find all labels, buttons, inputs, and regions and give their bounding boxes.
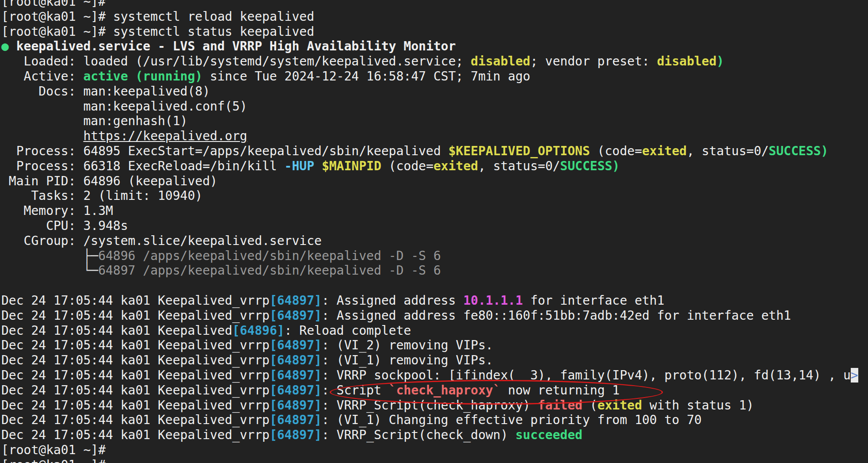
active-state: active (running) [83,69,202,84]
pid-badge: [64897] [270,368,322,383]
status-docs-line: Docs: man:keepalived(8) [1,84,868,99]
terminal-text-segment: disabled [471,54,530,69]
terminal-text-segment: Memory: 1.3M [1,203,113,218]
status-loaded-line: Loaded: loaded (/usr/lib/systemd/system/… [1,54,868,69]
terminal-text-segment: (code= [381,159,434,173]
shell-prompt: [root@ka01 ~]# [1,24,113,39]
terminal-text-segment: CPU: 3.948s [1,218,128,233]
terminal-text-segment [314,159,322,173]
pid-badge: [64897] [270,353,322,367]
journal-log-line: Dec 24 17:05:44 ka01 Keepalived_vrrp[648… [1,413,868,428]
terminal-text-segment: Dec 24 17:05:44 ka01 Keepalived_vrrp [1,398,270,413]
terminal-text-segment: ; vendor preset: [530,54,657,69]
cgroup-child-line: ├─64896 /apps/keepalived/sbin/keepalived… [1,249,868,264]
status-docs-line: man:keepalived.conf(5) [1,99,868,114]
terminal-text-segment: with status 1) [642,398,754,413]
terminal-text-segment: , status=0/ [478,159,560,173]
terminal-text-segment: : VRRP sockpool: [ifindex( 3), family(IP… [322,368,851,383]
terminal-text-segment: ) [716,54,724,69]
tree-branch-icon: ├─ [83,249,98,263]
terminal-text-segment: : Assigned address [322,293,463,308]
terminal-window: [root@ka01 ~]# [root@ka01 ~]# systemctl … [0,0,868,463]
docs-url-link[interactable]: https://keepalived.org [83,129,247,143]
terminal-text-segment: Dec 24 17:05:44 ka01 Keepalived_vrrp [1,383,270,398]
terminal-text-segment: : (VI_1) Changing effective priority fro… [322,413,702,427]
command-text: systemctl status keepalived [113,24,314,39]
journal-log-line: Dec 24 17:05:44 ka01 Keepalived_vrrp[648… [1,293,868,308]
failed-status: failed [538,398,582,413]
service-active-dot-icon: ● [1,39,16,54]
terminal-text-segment: 64897 /apps/keepalived/sbin/keepalived -… [98,263,441,278]
service-title: keepalived.service - LVS and VRRP High A… [16,39,456,54]
journal-log-line: Dec 24 17:05:44 ka01 Keepalived_vrrp[648… [1,353,868,368]
status-cpu-line: CPU: 3.948s [1,218,868,233]
terminal-text-segment: exited [434,159,478,173]
terminal-text-segment: : Assigned address fe80::160f:51bb:7adb:… [322,308,791,323]
terminal-text-segment: Tasks: 2 (limit: 10940) [1,188,202,203]
terminal-text-segment: $MAINPID [322,159,381,173]
terminal-text-segment [1,249,83,263]
journal-log-line-circled: Dec 24 17:05:44 ka01 Keepalived_vrrp[648… [1,383,868,398]
command-line: [root@ka01 ~]# systemctl reload keepaliv… [1,9,868,24]
terminal-text-segment: Dec 24 17:05:44 ka01 Keepalived_vrrp [1,308,270,323]
terminal-text-segment [1,263,83,278]
terminal-text-segment: Main PID: 64896 (keepalived) [1,174,217,188]
journal-log-line: Dec 24 17:05:44 ka01 Keepalived_vrrp[648… [1,308,868,323]
terminal-text-segment: -HUP [285,159,314,173]
terminal-text-segment: since Tue 2024-12-24 16:58:47 CST; 7min … [202,69,530,84]
vip-address: 10.1.1.1 [463,293,523,308]
pid-badge: [64897] [270,413,322,427]
prompt-line-clipped-bottom: [root@ka01 ~]# [1,458,868,463]
terminal-text-segment: Dec 24 17:05:44 ka01 Keepalived_vrrp [1,413,270,427]
journal-log-line: Dec 24 17:05:44 ka01 Keepalived_vrrp[648… [1,428,868,443]
terminal-text-segment: Dec 24 17:05:44 ka01 Keepalived_vrrp [1,353,270,367]
terminal-text-segment: Dec 24 17:05:44 ka01 Keepalived_vrrp [1,293,270,308]
terminal-output: [root@ka01 ~]# [root@ka01 ~]# systemctl … [1,0,868,463]
terminal-text-segment [1,278,9,293]
terminal-text-segment: disabled [657,54,716,69]
terminal-text-segment: Docs: man:keepalived(8) [1,84,210,99]
succeeded-status: succeeded [515,428,582,442]
terminal-text-segment: man:genhash(1) [1,114,187,128]
pid-badge: [64896] [232,323,285,338]
pid-badge: [64897] [270,428,322,442]
terminal-text-segment: Dec 24 17:05:44 ka01 Keepalived_vrrp [1,428,270,442]
journal-log-line: Dec 24 17:05:44 ka01 Keepalived_vrrp[648… [1,338,868,353]
status-cgroup-line: CGroup: /system.slice/keepalived.service [1,233,868,249]
terminal-text-segment: Dec 24 17:05:44 ka01 Keepalived_vrrp [1,368,270,383]
status-memory-line: Memory: 1.3M [1,203,868,218]
terminal-text-segment: , status=0/ [687,144,769,158]
terminal-text-segment: Dec 24 17:05:44 ka01 Keepalived [1,323,232,338]
status-mainpid-line: Main PID: 64896 (keepalived) [1,174,868,189]
status-tasks-line: Tasks: 2 (limit: 10940) [1,188,868,203]
terminal-text-segment: (code= [590,144,642,158]
terminal-text-segment: $KEEPALIVED_OPTIONS [448,144,590,158]
terminal-text-segment: exited [598,398,642,413]
journal-log-line: Dec 24 17:05:44 ka01 Keepalived[64896]: … [1,323,868,338]
terminal-text-segment: : VRRP_Script(check_haproxy) [322,398,538,413]
terminal-text-segment: : (VI_1) removing VIPs. [322,353,493,367]
terminal-text-segment: man:keepalived.conf(5) [1,99,247,114]
terminal-text-segment: ( [582,398,598,413]
pid-badge: [64897] [270,383,322,398]
prompt-line-clipped-top: [root@ka01 ~]# [1,0,868,9]
terminal-text-segment: Dec 24 17:05:44 ka01 Keepalived_vrrp [1,338,270,352]
pid-badge: [64897] [270,308,322,323]
shell-prompt: [root@ka01 ~]# [1,458,113,463]
shell-prompt: [root@ka01 ~]# [1,0,113,9]
status-process-line: Process: 66318 ExecReload=/bin/kill -HUP… [1,159,868,174]
tree-branch-icon: └─ [83,263,98,278]
status-process-line: Process: 64895 ExecStart=/apps/keepalive… [1,144,868,159]
terminal-text-segment: for interface eth1 [523,293,664,308]
terminal-text-segment: Loaded: loaded (/usr/lib/systemd/system/… [1,54,471,69]
terminal-text-segment: now returning 1 [500,383,620,398]
terminal-text-segment: : (VI_2) removing VIPs. [322,338,493,352]
terminal-text-segment: Process: 64895 ExecStart=/apps/keepalive… [1,144,448,158]
command-line: [root@ka01 ~]# systemctl status keepaliv… [1,24,868,39]
status-docs-line: man:genhash(1) [1,114,868,129]
status-active-line: Active: active (running) since Tue 2024-… [1,69,868,84]
terminal-text-segment: 64896 /apps/keepalived/sbin/keepalived -… [98,249,441,263]
shell-prompt: [root@ka01 ~]# [1,443,113,457]
terminal-text-segment: : VRRP_Script(check_down) [322,428,515,442]
terminal-text-segment: Process: 66318 ExecReload=/bin/kill [1,159,285,173]
